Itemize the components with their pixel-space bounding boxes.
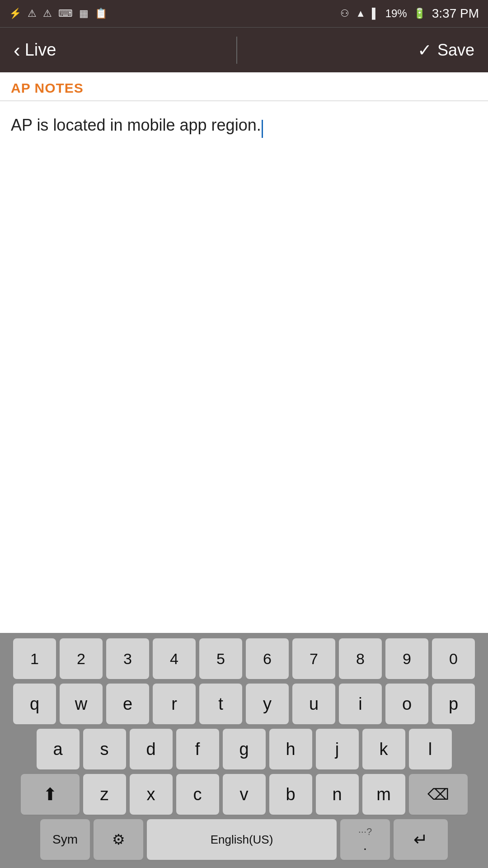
period-special-key[interactable]: ···? . [340, 819, 390, 860]
nav-back-label: Live [25, 40, 56, 60]
keyboard: 1 2 3 4 5 6 7 8 9 0 q w e r t y u i o p … [0, 633, 488, 868]
key-0[interactable]: 0 [432, 638, 475, 679]
section-label: AP NOTES [11, 80, 84, 95]
key-d[interactable]: d [130, 729, 173, 769]
key-v[interactable]: v [223, 774, 266, 815]
key-5[interactable]: 5 [199, 638, 242, 679]
keyboard-row-2: a s d f g h j k l [3, 729, 485, 769]
key-s[interactable]: s [83, 729, 126, 769]
key-w[interactable]: w [60, 684, 103, 724]
period-bottom: . [363, 838, 367, 853]
key-i[interactable]: i [339, 684, 382, 724]
settings-key[interactable]: ⚙ [94, 819, 143, 860]
key-j[interactable]: j [316, 729, 359, 769]
key-n[interactable]: n [316, 774, 359, 815]
shift-key[interactable]: ⬆ [21, 774, 80, 815]
warning-icon-2: ⚠ [43, 8, 52, 19]
key-6[interactable]: 6 [246, 638, 289, 679]
key-8[interactable]: 8 [339, 638, 382, 679]
status-bar: ⚡ ⚠ ⚠ ⌨ ▦ 📋 ⚇ ▲ ▌ 19% 🔋 3:37 PM [0, 0, 488, 27]
notes-area[interactable]: AP is located in mobile app region. [0, 101, 488, 472]
signal-icon: ▌ [372, 8, 379, 19]
key-7[interactable]: 7 [292, 638, 335, 679]
key-2[interactable]: 2 [60, 638, 103, 679]
period-top: ···? [358, 826, 372, 837]
keyboard-row-3: ⬆ z x c v b n m ⌫ [3, 774, 485, 815]
key-f[interactable]: f [176, 729, 219, 769]
key-a[interactable]: a [37, 729, 80, 769]
key-x[interactable]: x [130, 774, 173, 815]
key-m[interactable]: m [362, 774, 405, 815]
key-p[interactable]: p [432, 684, 475, 724]
key-9[interactable]: 9 [385, 638, 428, 679]
back-chevron-icon: ‹ [14, 39, 20, 61]
key-g[interactable]: g [223, 729, 266, 769]
key-l[interactable]: l [409, 729, 452, 769]
space-key[interactable]: English(US) [147, 819, 337, 860]
section-header: AP NOTES [0, 72, 488, 101]
battery-percentage: 19% [385, 7, 407, 20]
key-3[interactable]: 3 [106, 638, 149, 679]
nav-bar: ‹ Live ✓ Save [0, 27, 488, 72]
notes-content[interactable]: AP is located in mobile app region. [11, 116, 261, 134]
wifi-icon: ▲ [356, 8, 366, 19]
grid-icon: ▦ [79, 8, 89, 19]
key-1[interactable]: 1 [13, 638, 56, 679]
save-button[interactable]: ✓ Save [418, 40, 474, 60]
key-c[interactable]: c [176, 774, 219, 815]
text-cursor [262, 120, 263, 138]
back-button[interactable]: ‹ Live [14, 39, 56, 61]
key-h[interactable]: h [269, 729, 312, 769]
warning-icon-1: ⚠ [28, 8, 37, 19]
key-o[interactable]: o [385, 684, 428, 724]
key-t[interactable]: t [199, 684, 242, 724]
enter-key[interactable]: ↵ [394, 819, 448, 860]
status-icons-left: ⚡ ⚠ ⚠ ⌨ ▦ 📋 [9, 8, 107, 19]
key-k[interactable]: k [362, 729, 405, 769]
sym-key[interactable]: Sym [40, 819, 90, 860]
key-e[interactable]: e [106, 684, 149, 724]
key-z[interactable]: z [83, 774, 126, 815]
bluetooth-icon: ⚇ [340, 8, 349, 19]
key-4[interactable]: 4 [153, 638, 196, 679]
backspace-key[interactable]: ⌫ [409, 774, 468, 815]
nav-divider [236, 37, 237, 64]
keyboard-row-1: q w e r t y u i o p [3, 684, 485, 724]
status-icons-right: ⚇ ▲ ▌ 19% 🔋 3:37 PM [340, 6, 479, 21]
key-q[interactable]: q [13, 684, 56, 724]
key-b[interactable]: b [269, 774, 312, 815]
usb-icon: ⚡ [9, 8, 21, 19]
key-y[interactable]: y [246, 684, 289, 724]
save-label: Save [437, 41, 474, 60]
status-time: 3:37 PM [432, 6, 479, 21]
keyboard-bottom-row: Sym ⚙ English(US) ···? . ↵ [3, 819, 485, 860]
checkmark-icon: ✓ [418, 40, 432, 60]
key-r[interactable]: r [153, 684, 196, 724]
battery-icon: 🔋 [413, 8, 426, 19]
clipboard-icon: 📋 [95, 8, 107, 19]
keyboard-icon: ⌨ [58, 8, 73, 19]
keyboard-number-row: 1 2 3 4 5 6 7 8 9 0 [3, 638, 485, 679]
key-u[interactable]: u [292, 684, 335, 724]
